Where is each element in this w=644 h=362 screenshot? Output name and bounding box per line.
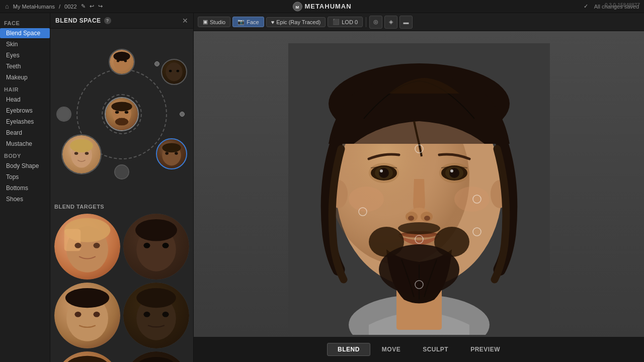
- svg-point-60: [379, 168, 389, 178]
- target-avatar-6[interactable]: [123, 351, 189, 362]
- close-button[interactable]: ✕: [182, 17, 188, 24]
- nav-shoes[interactable]: Shoes: [0, 194, 50, 204]
- character-face: [288, 43, 550, 325]
- nav-head[interactable]: Head: [0, 95, 50, 105]
- hair-section-label: HAIR: [0, 83, 50, 94]
- blend-space-area[interactable]: [50, 29, 193, 200]
- blend-dot-right: [180, 112, 185, 117]
- svg-point-29: [143, 243, 150, 248]
- nav-eyebrows[interactable]: Eyebrows: [0, 106, 50, 116]
- svg-point-34: [94, 312, 100, 317]
- svg-point-20: [165, 152, 169, 155]
- blend-mode-button[interactable]: BLEND: [327, 343, 370, 356]
- nav-makeup[interactable]: Makeup: [0, 72, 50, 82]
- svg-point-10: [124, 60, 127, 62]
- face-button[interactable]: 📷 Face: [232, 17, 264, 27]
- face-right-top: [162, 60, 186, 84]
- blend-avatar-left[interactable]: [56, 107, 71, 122]
- toolbar-sep-1: [366, 17, 366, 27]
- nav-teeth[interactable]: Teeth: [0, 61, 50, 71]
- home-icon[interactable]: ⌂: [5, 3, 9, 10]
- svg-point-4: [115, 111, 119, 114]
- target-avatar-3[interactable]: [54, 283, 120, 348]
- viewport[interactable]: ▣ Studio 📷 Face ♥ Epic (Ray Traced) ⬛ LO…: [194, 13, 644, 362]
- top-bar-right: ✓ All changes saved 0.3.0-15848877: [584, 3, 639, 10]
- svg-point-8: [113, 52, 130, 61]
- blend-avatar-bottom[interactable]: [114, 164, 129, 179]
- svg-point-65: [450, 169, 453, 172]
- body-section-label: BODY: [0, 150, 50, 160]
- project-number: 0022: [64, 4, 76, 10]
- nav-mustache[interactable]: Mustache: [0, 139, 50, 149]
- studio-label: Studio: [210, 19, 225, 25]
- lod-button[interactable]: ⬛ LOD 0: [328, 17, 363, 27]
- lod-icon: ⬛: [333, 19, 340, 25]
- mode-toolbar: BLEND MOVE SCULPT PREVIEW: [194, 337, 644, 362]
- svg-point-40: [65, 356, 109, 362]
- app-logo: M METAHUMAN: [292, 2, 351, 12]
- svg-point-38: [163, 312, 169, 317]
- edit-icon[interactable]: ✎: [81, 3, 86, 10]
- nav-blend-space[interactable]: Blend Space: [0, 28, 50, 38]
- move-mode-button[interactable]: MOVE: [371, 343, 411, 356]
- svg-point-15: [70, 139, 93, 153]
- svg-point-45: [136, 357, 176, 362]
- target-avatar-5[interactable]: [54, 351, 120, 362]
- redo-icon[interactable]: ↪: [98, 3, 103, 10]
- check-icon: ✓: [584, 3, 588, 10]
- svg-point-74: [398, 222, 440, 234]
- target-face-2: [123, 214, 189, 280]
- sculpt-mode-button[interactable]: SCULPT: [412, 343, 459, 356]
- version: 0.3.0-15848877: [605, 3, 640, 8]
- svg-point-30: [163, 243, 169, 248]
- svg-point-28: [135, 219, 177, 241]
- svg-point-26: [94, 243, 100, 248]
- nav-body-shape[interactable]: Body Shape: [0, 161, 50, 171]
- help-icon[interactable]: ?: [104, 17, 111, 24]
- svg-point-36: [136, 288, 176, 308]
- blend-avatar-bottom-right[interactable]: [156, 138, 187, 169]
- target-avatar-2[interactable]: [123, 214, 189, 280]
- blend-circle[interactable]: [61, 54, 182, 174]
- svg-point-9: [117, 60, 120, 62]
- target-face-5: [54, 351, 120, 362]
- heart-icon: ♥: [271, 19, 275, 25]
- viewport-toolbar: ▣ Studio 📷 Face ♥ Epic (Ray Traced) ⬛ LO…: [194, 13, 644, 31]
- target-avatar-1[interactable]: [54, 214, 120, 280]
- blend-avatar-center[interactable]: [105, 97, 139, 131]
- top-bar-left: ⌂ My MetaHumans / 0022 ✎ ↩ ↪: [5, 3, 103, 10]
- panel-title-row: BLEND SPACE ?: [55, 17, 111, 24]
- nav-eyelashes[interactable]: Eyelashes: [0, 117, 50, 127]
- target-face-3: [54, 283, 120, 348]
- target-face-6: [123, 351, 189, 362]
- svg-point-16: [74, 152, 78, 155]
- nav-eyes[interactable]: Eyes: [0, 50, 50, 60]
- blend-avatar-right-top[interactable]: [161, 59, 187, 85]
- blend-avatar-top[interactable]: [109, 49, 135, 75]
- svg-point-25: [74, 243, 81, 248]
- target-avatar-4[interactable]: [123, 283, 189, 348]
- svg-point-12: [169, 70, 172, 72]
- face-bottom-left: [62, 135, 101, 173]
- undo-icon[interactable]: ↩: [90, 3, 94, 10]
- blend-avatar-bottom-left[interactable]: [61, 134, 102, 174]
- face-asian: [106, 98, 138, 130]
- lighting-btn-1[interactable]: ◎: [369, 16, 382, 29]
- lighting-button[interactable]: ♥ Epic (Ray Traced): [266, 17, 326, 27]
- lighting-btn-2[interactable]: ◈: [384, 16, 397, 29]
- nav-beard[interactable]: Beard: [0, 128, 50, 138]
- viewport-3d[interactable]: [194, 31, 644, 337]
- preview-mode-button[interactable]: PREVIEW: [460, 343, 511, 356]
- svg-point-5: [125, 111, 129, 114]
- target-face-4: [123, 283, 189, 348]
- studio-icon: ▣: [203, 19, 208, 25]
- nav-skin[interactable]: Skin: [0, 39, 50, 49]
- svg-point-64: [449, 168, 459, 178]
- lighting-btn-3[interactable]: ▬: [399, 16, 413, 29]
- svg-point-21: [175, 152, 178, 155]
- studio-button[interactable]: ▣ Studio: [198, 17, 230, 27]
- nav-bottoms[interactable]: Bottoms: [0, 183, 50, 193]
- target-face-1: [54, 214, 120, 280]
- nav-tops[interactable]: Tops: [0, 172, 50, 182]
- left-sidebar: FACE Blend Space Skin Eyes Teeth Makeup …: [0, 13, 50, 362]
